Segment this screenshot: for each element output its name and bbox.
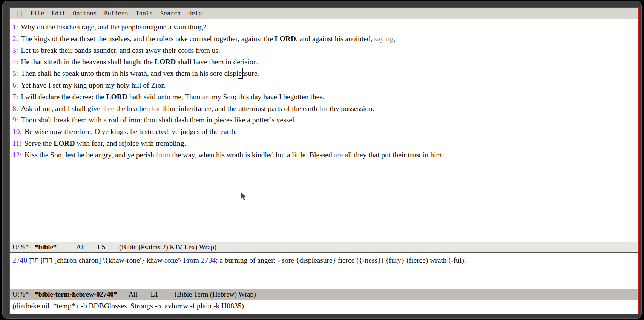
verse-number: 1:	[12, 23, 18, 31]
text-segment: art	[202, 93, 210, 101]
verse-number: 10:	[12, 128, 22, 135]
verse-number: 2:	[12, 35, 18, 43]
text-segment: saying	[374, 35, 393, 43]
text-segment: my Son; this day have I begotten thee.	[210, 93, 325, 101]
text-segment: ,	[393, 35, 395, 43]
modeline-buffer-name: *bible-term-hebrew-02740*	[35, 291, 117, 298]
text-segment: for	[152, 105, 160, 112]
text-segment: with fear, and rejoice with trembling.	[75, 139, 186, 147]
verse-number: 4:	[12, 58, 18, 66]
verse-number: 3:	[12, 46, 18, 54]
menu-item-search[interactable]: Search	[160, 10, 181, 17]
modeline-lexicon[interactable]: U:%*- *bible-term-hebrew-02740* All L1 (…	[10, 289, 638, 300]
lexicon-entry-line: 2740 חרון חרן [chârôn chârôn] \{khaw-ron…	[12, 255, 636, 266]
text-segment: the heathen	[114, 105, 152, 112]
menu-item-file[interactable]: File	[31, 10, 44, 17]
verse-number: 9:	[12, 116, 18, 124]
modeline-bible[interactable]: U:%*- *bible* All L5 (Bible (Psalms 2) K…	[10, 242, 638, 253]
text-segment: Let us break their bands asunder, and ca…	[21, 46, 220, 54]
verse-line: 2:The kings of the earth set themselves,…	[12, 33, 636, 45]
verse-line: 4:He that sitteth in the heavens shall l…	[12, 56, 636, 68]
modeline-line-number: L1	[151, 291, 159, 298]
verse-line: 12:Kiss the Son, lest he be angry, and y…	[12, 149, 636, 161]
echo-area[interactable]: (diatheke nil *temp* t -b BDBGlosses_Str…	[10, 300, 638, 314]
modeline-buffer-name: *bible*	[35, 243, 57, 251]
verse-line: 8:Ask of me, and I shall give thee the h…	[12, 103, 636, 115]
text-segment: are	[334, 151, 343, 159]
text-segment: Be wise now therefore, O ye kings: be in…	[25, 128, 237, 135]
text-segment: LORD	[275, 35, 296, 43]
verse-number: 5:	[12, 69, 18, 77]
verse-number: 12:	[12, 151, 22, 159]
verse-number: 6:	[12, 81, 18, 89]
strongs-number-link[interactable]: 2734	[201, 256, 216, 264]
text-segment: LORD	[54, 139, 75, 147]
text-segment: thee	[102, 105, 114, 112]
modeline-scroll-position: All	[76, 243, 85, 251]
text-segment: all they that put their trust in him.	[343, 151, 443, 159]
window-manager-frame: ||FileEditOptionsBuffersToolsSearchHelp …	[2, 1, 642, 319]
modeline-flags: U:%*-	[12, 291, 31, 298]
menu-item-edit[interactable]: Edit	[52, 10, 65, 17]
text-segment: thy possession.	[328, 105, 374, 112]
text-segment: thine inheritance, and the uttermost par…	[160, 105, 319, 112]
verse-line: 7:I will declare the decree: the LORD ha…	[12, 91, 636, 103]
text-segment: , and against his anointed,	[296, 35, 374, 43]
text-segment: asure.	[242, 69, 259, 77]
modeline-major-mode: (Bible (Psalms 2) KJV Lex) Wrap)	[119, 243, 216, 251]
text-segment: חרון חרן [chârôn chârôn] \{khaw-rone'} k…	[27, 256, 201, 264]
emacs-frame: ||FileEditOptionsBuffersToolsSearchHelp …	[9, 7, 639, 314]
verse-number: 11:	[12, 139, 21, 147]
text-segment: Why do the heathen rage, and the people …	[21, 23, 206, 31]
strongs-number-link[interactable]: 2740	[12, 256, 27, 264]
text-segment: He that sitteth in the heavens shall lau…	[21, 58, 155, 66]
text-segment: I will declare the decree: the	[21, 93, 106, 101]
menu-item-options[interactable]: Options	[73, 10, 97, 17]
text-segment: Serve the	[24, 139, 54, 147]
modeline-scroll-position: All	[129, 291, 138, 298]
text-segment: Kiss the Son, lest he be angry, and ye p…	[25, 151, 156, 159]
verse-number: 8:	[12, 105, 18, 112]
verse-line: 10:Be wise now therefore, O ye kings: be…	[12, 126, 636, 138]
verse-line: 6:Yet have I set my king upon my holy hi…	[12, 80, 636, 91]
text-segment: from	[156, 151, 170, 159]
verse-line: 11:Serve the LORD with fear, and rejoice…	[12, 138, 636, 149]
lexicon-buffer-window[interactable]: 2740 חרון חרן [chârôn chârôn] \{khaw-ron…	[10, 253, 638, 289]
text-segment: shall have them in derision.	[176, 58, 259, 66]
menu-item-buffers[interactable]: Buffers	[104, 10, 128, 17]
text-segment: Ask of me, and I shall give	[21, 105, 102, 112]
verse-line: 5:Then shall he speak unto them in his w…	[12, 68, 636, 80]
modeline-major-mode: (Bible Term (Hebrew) Wrap)	[175, 291, 256, 298]
text-segment: Yet have I set my king upon my holy hill…	[21, 81, 167, 89]
text-segment: LORD	[155, 58, 176, 66]
modeline-flags: U:%*-	[12, 243, 31, 251]
text-segment: The kings of the earth set themselves, a…	[21, 35, 274, 43]
verse-number: 7:	[12, 93, 18, 101]
menu-item-help[interactable]: Help	[188, 10, 202, 17]
menu-bar: ||FileEditOptionsBuffersToolsSearchHelp	[10, 8, 638, 19]
text-cursor: e	[239, 69, 242, 77]
menu-item-[interactable]: ||	[16, 10, 23, 17]
text-segment: for	[319, 105, 328, 112]
text-segment: Thou shalt break them with a rod of iron…	[21, 116, 296, 124]
modeline-line-number: L5	[98, 243, 106, 251]
bible-buffer-window[interactable]: 1:Why do the heathen rage, and the peopl…	[10, 19, 638, 242]
verse-line: 9:Thou shalt break them with a rod of ir…	[12, 114, 636, 126]
verse-line: 3:Let us break their bands asunder, and …	[12, 45, 636, 57]
text-segment: hath said unto me, Thou	[127, 93, 202, 101]
verse-line: 1:Why do the heathen rage, and the peopl…	[12, 22, 636, 33]
text-segment: Then shall he speak unto them in his wra…	[21, 69, 238, 77]
text-segment: ; a burning of anger: - sore {displeasur…	[216, 256, 466, 264]
text-segment: LORD	[106, 93, 127, 101]
text-segment: the way, when his wrath is kindled but a…	[170, 151, 334, 159]
menu-item-tools[interactable]: Tools	[136, 10, 153, 17]
